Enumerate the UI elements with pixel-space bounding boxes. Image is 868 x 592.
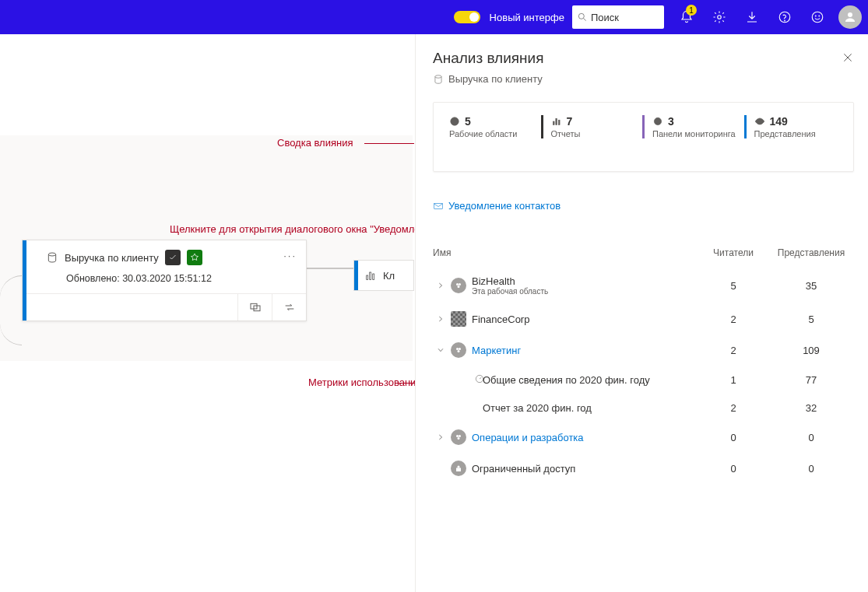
new-ui-toggle[interactable] [454,11,480,23]
svg-point-28 [458,350,460,352]
row-readers: 2 [698,345,768,356]
node-swap-button[interactable] [272,294,306,321]
list-row[interactable]: Операции и разработка 0 0 [433,422,854,453]
report-node[interactable]: Кл [353,260,414,291]
svg-point-23 [456,283,459,285]
row-readers: 5 [698,280,768,292]
svg-rect-19 [558,120,560,124]
list-row[interactable]: BizHealthЭта рабочая область 5 35 [433,268,854,303]
workspace-badge-icon [451,342,466,358]
smile-icon [810,10,824,24]
svg-point-7 [819,16,820,16]
svg-point-24 [459,283,461,285]
row-views: 32 [768,402,854,414]
top-header: Новый интерфе Поиск 1 [0,0,868,34]
account-avatar[interactable] [838,5,862,29]
col-readers: Читатели [698,247,768,258]
mail-icon [433,201,444,212]
row-title: Отчет за 2020 фин. год [483,402,698,414]
expand-caret[interactable] [433,433,448,441]
svg-point-8 [848,12,852,17]
download-icon [745,10,759,24]
notification-badge: 1 [686,5,697,16]
help-icon [778,10,792,24]
expand-caret[interactable] [433,282,448,289]
row-readers: 0 [698,432,768,443]
svg-point-9 [48,253,55,256]
chart-icon [364,269,377,282]
col-views: Представления [768,247,854,258]
svg-point-31 [459,435,461,437]
row-title: Общие сведения по 2020 фин. году [483,374,698,386]
row-title: FinanceCorp [472,314,698,325]
svg-rect-22 [434,203,443,208]
notify-contacts-link[interactable]: Уведомление контактов [433,200,854,212]
row-title: Ограниченный доступ [472,463,698,475]
svg-rect-33 [456,468,461,472]
impact-panel: Анализ влияния Выручка по клиенту 5 Рабо… [415,34,868,592]
row-readers: 2 [698,314,768,325]
workspace-badge-icon [451,278,466,293]
list-row[interactable]: Общие сведения по 2020 фин. году 1 77 [433,366,854,394]
row-readers: 1 [698,374,768,386]
node-more-button[interactable]: ··· [283,250,297,261]
svg-point-0 [578,13,584,19]
certified-chip [187,250,202,265]
svg-rect-13 [370,272,371,279]
summary-card: 5 Рабочие области 7 Отчеты 3 Панели мони… [433,102,854,172]
dataset-node[interactable]: Выручка по клиенту ··· Обновлено: 30.03.… [22,240,307,321]
expand-caret[interactable] [433,346,448,354]
new-ui-label: Новый интерфе [490,12,564,23]
workspace-icon [449,116,460,127]
dataset-title: Выручка по клиенту [65,252,159,264]
row-views: 0 [768,463,854,475]
list-row[interactable]: Отчет за 2020 фин. год 2 32 [433,394,854,422]
row-title: Операции и разработка [472,432,698,443]
workspace-image-icon [451,311,466,327]
list-row[interactable]: Ограниченный доступ 0 0 [433,453,854,484]
svg-point-32 [458,437,460,440]
feedback-button[interactable] [803,0,832,34]
row-views: 35 [768,280,854,292]
views-icon [754,116,765,127]
panel-title: Анализ влияния [433,50,854,67]
svg-point-27 [459,348,461,350]
person-icon [843,10,857,24]
dashboard-icon [652,116,663,127]
panel-close-button[interactable] [842,51,854,66]
usage-list: Имя Читатели Представления BizHealthЭта … [433,243,854,484]
svg-point-6 [815,16,816,16]
list-row[interactable]: Маркетинг 2 109 [433,335,854,366]
help-button[interactable] [770,0,799,34]
row-title: Маркетинг [472,345,698,356]
report-node-label: Кл [383,270,395,282]
svg-rect-14 [373,274,374,279]
row-views: 5 [768,314,854,325]
svg-point-25 [458,285,460,288]
dataset-icon [46,251,58,264]
svg-rect-17 [553,121,554,125]
col-name: Имя [433,247,698,258]
svg-point-5 [812,12,823,23]
dataset-icon [433,74,444,85]
row-views: 0 [768,432,854,443]
expand-caret[interactable] [433,315,448,323]
node-related-button[interactable] [237,294,272,321]
report-icon [551,116,562,127]
row-readers: 2 [698,402,768,414]
list-row[interactable]: FinanceCorp 2 5 [433,303,854,335]
row-readers: 0 [698,463,768,475]
download-button[interactable] [737,0,767,34]
search-icon [577,12,588,23]
endorsement-chip [165,250,181,265]
row-views: 109 [768,345,854,356]
workspace-badge-icon [451,461,466,476]
row-title: BizHealth [472,275,698,287]
notifications-button[interactable]: 1 [672,0,701,34]
row-views: 77 [768,374,854,386]
search-input[interactable]: Поиск [572,5,664,29]
search-placeholder: Поиск [591,12,619,23]
annotation-summary: Сводка влияния [277,137,353,149]
workspace-badge-icon [451,429,466,445]
settings-button[interactable] [705,0,734,34]
